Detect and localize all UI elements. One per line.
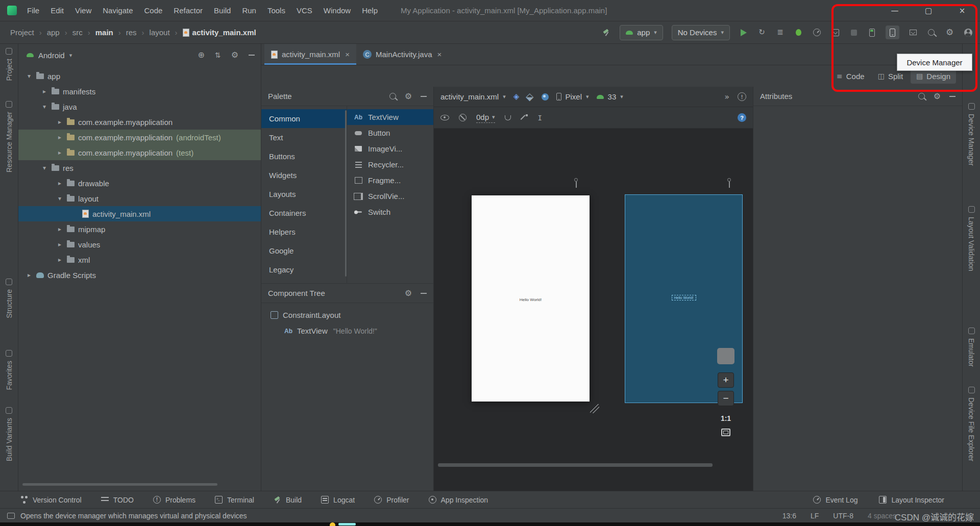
zoom-to-fit-icon[interactable]	[721, 429, 730, 436]
palette-item[interactable]: Button	[347, 125, 433, 141]
tree-item[interactable]: ▸ values	[18, 237, 261, 252]
tree-item[interactable]: ▸ Gradle Scripts	[18, 267, 261, 283]
blueprint-toggle-icon[interactable]: ◪	[525, 92, 535, 102]
tree-item[interactable]: ▾ res	[18, 160, 261, 176]
palette-category[interactable]: Widgets	[261, 166, 347, 185]
pointer-off-icon[interactable]	[459, 114, 467, 121]
editor-tab[interactable]: C MainActivity.java ×	[356, 44, 448, 65]
breadcrumb-item[interactable]: app	[47, 28, 72, 37]
tree-item[interactable]: activity_main.xml	[18, 206, 261, 221]
attributes-hide-icon[interactable]	[949, 96, 955, 97]
resize-handle[interactable]	[590, 404, 599, 413]
palette-gear-icon[interactable]: ⚙	[405, 92, 412, 101]
tree-item[interactable]: ▸ com.example.myapplication (test)	[18, 145, 261, 160]
tool-window-bar-item[interactable]: Event Log	[813, 496, 857, 504]
close-tab-icon[interactable]: ×	[437, 50, 442, 59]
tool-window-button[interactable]: Project	[0, 48, 18, 81]
menu-item[interactable]: Tools	[262, 3, 291, 18]
menu-item[interactable]: View	[69, 3, 97, 18]
device-for-preview-selector[interactable]: Pixel ▾	[556, 92, 589, 101]
menu-item[interactable]: File	[21, 3, 45, 18]
text-cursor-icon[interactable]: I	[538, 114, 542, 122]
settings-gear-icon[interactable]: ⚙	[945, 28, 954, 37]
profile-app-icon[interactable]	[812, 28, 822, 37]
palette-category[interactable]: Containers	[261, 204, 347, 222]
menu-item[interactable]: Code	[138, 3, 168, 18]
tree-item[interactable]: ▾ app	[18, 68, 261, 84]
cursor-position[interactable]: 13:6	[782, 512, 796, 520]
project-view-selector[interactable]: Android	[38, 51, 65, 60]
component-tree-item[interactable]: ConstraintLayout	[261, 307, 433, 323]
palette-category[interactable]: Layouts	[261, 185, 347, 204]
design-surface-icon[interactable]: ◈	[513, 93, 520, 101]
palette-category[interactable]: Google	[261, 241, 347, 260]
attributes-search-icon[interactable]	[918, 93, 925, 99]
stop-icon[interactable]	[849, 28, 859, 37]
breadcrumb-item[interactable]: activity_main.xml	[183, 28, 256, 37]
infer-constraints-icon[interactable]	[521, 114, 528, 121]
breadcrumb-item[interactable]: layout	[150, 28, 183, 37]
palette-item[interactable]: Recycler...	[347, 157, 433, 172]
attributes-gear-icon[interactable]: ⚙	[934, 92, 941, 101]
tree-item[interactable]: ▾ layout	[18, 191, 261, 206]
palette-category[interactable]: Legacy	[261, 260, 347, 279]
component-tree-hide-icon[interactable]	[421, 293, 427, 294]
editor-tab[interactable]: activity_main.xml ×	[264, 44, 356, 65]
palette-scrollbar[interactable]	[345, 110, 347, 277]
tree-item[interactable]: ▸ com.example.myapplication	[18, 114, 261, 130]
run-button[interactable]	[739, 28, 748, 37]
search-everywhere-icon[interactable]	[926, 28, 936, 37]
menu-item[interactable]: Navigate	[97, 3, 138, 18]
zoom-ratio-button[interactable]: 1:1	[721, 414, 731, 422]
tool-window-button[interactable]: Device File Explorer	[963, 387, 980, 461]
issues-icon[interactable]	[738, 92, 746, 101]
panel-settings-gear-icon[interactable]: ⚙	[231, 51, 238, 59]
toolbar-overflow-icon[interactable]: »	[724, 93, 729, 101]
editor-mode-button[interactable]: Code	[831, 69, 870, 84]
apply-changes-icon[interactable]: ↻	[757, 28, 767, 37]
palette-category[interactable]: Common	[261, 109, 347, 128]
debug-icon[interactable]	[794, 28, 803, 37]
tool-window-bar-item[interactable]: Version Control	[20, 496, 82, 504]
collapse-all-icon[interactable]: ⇅	[215, 52, 221, 59]
device-manager-icon[interactable]	[886, 26, 899, 39]
design-preview[interactable]: Hello World!	[472, 195, 590, 402]
tree-item[interactable]: ▸ com.example.myapplication (androidTest…	[18, 130, 261, 145]
tool-window-bar-item[interactable]: TODO	[101, 496, 134, 504]
breadcrumb-item[interactable]: main	[95, 28, 126, 37]
minimize-icon[interactable]: —	[889, 6, 900, 15]
tool-window-button[interactable]: Layout Validation	[963, 206, 980, 271]
palette-item[interactable]: ImageVi...	[347, 141, 433, 157]
default-margin-selector[interactable]: 0dp ▾	[476, 113, 495, 123]
tree-item[interactable]: ▸ xml	[18, 252, 261, 267]
locate-file-icon[interactable]: ⊕	[198, 51, 205, 59]
line-separator[interactable]: LF	[811, 512, 819, 520]
palette-category[interactable]: Helpers	[261, 222, 347, 241]
zoom-out-button[interactable]: −	[718, 391, 734, 406]
design-canvas[interactable]: Hello World! Hello World! + − 1:1	[434, 129, 753, 491]
tree-item[interactable]: ▸ manifests	[18, 84, 261, 99]
tool-window-button[interactable]: Resource Manager	[0, 101, 18, 172]
tool-window-button[interactable]: Device Manager	[963, 103, 980, 166]
run-config-selector[interactable]: app ▾	[620, 25, 663, 40]
tree-item[interactable]: ▸ mipmap	[18, 221, 261, 237]
palette-hide-icon[interactable]	[421, 96, 427, 97]
tree-item[interactable]: ▾ java	[18, 99, 261, 114]
breadcrumb-item[interactable]: res	[126, 28, 150, 37]
palette-item[interactable]: Switch	[347, 204, 433, 220]
close-tab-icon[interactable]: ×	[345, 50, 350, 59]
palette-item[interactable]: ScrollVie...	[347, 188, 433, 204]
tool-window-bar-item[interactable]: Problems	[153, 496, 195, 504]
component-tree-item[interactable]: Ab TextView "Hello World!"	[261, 323, 433, 339]
tool-window-button[interactable]: Structure	[0, 279, 18, 318]
help-icon[interactable]	[738, 113, 746, 122]
component-tree-gear-icon[interactable]: ⚙	[405, 289, 412, 297]
autoconnect-icon[interactable]	[505, 115, 511, 120]
palette-search-icon[interactable]	[389, 93, 396, 99]
palette-item[interactable]: Fragme...	[347, 172, 433, 188]
view-options-icon[interactable]	[440, 115, 449, 120]
menu-item[interactable]: Refactor	[168, 3, 208, 18]
tool-window-bar-item[interactable]: Profiler	[374, 496, 409, 504]
palette-category[interactable]: Text	[261, 128, 347, 147]
preview-textview[interactable]: Hello World!	[520, 297, 542, 302]
